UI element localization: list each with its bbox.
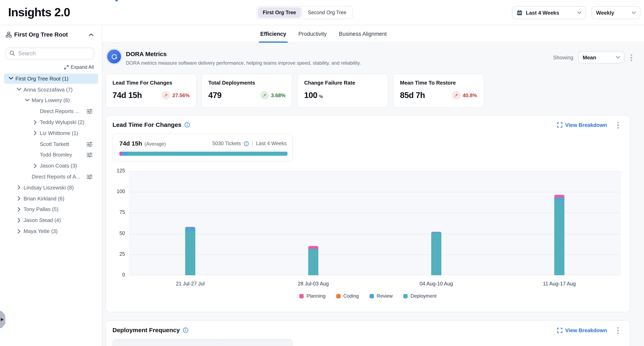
view-breakdown-link[interactable]: View Breakdown xyxy=(557,327,607,333)
info-icon[interactable] xyxy=(184,122,190,127)
lead-time-kebab-menu-icon[interactable] xyxy=(615,120,621,130)
tree-item[interactable]: Mary Lowery (6) xyxy=(0,95,102,106)
metric-card: Change Failure Rate100% xyxy=(297,74,388,108)
view-breakdown-link[interactable]: View Breakdown xyxy=(557,122,607,128)
chevron-right-icon[interactable] xyxy=(16,218,22,223)
tree-item-label: Mary Lowery (6) xyxy=(32,97,70,103)
org-toggle-second[interactable]: Second Org Tree xyxy=(303,7,351,18)
x-tick-label: 21 Jul-27 Jul xyxy=(176,281,205,287)
expand-all-icon xyxy=(64,65,69,69)
filters-icon[interactable] xyxy=(86,152,92,158)
metric-card-title: Lead Time For Changes xyxy=(112,80,190,86)
tree-item[interactable]: Brian Kirkland (6) xyxy=(0,193,102,204)
chevron-down-icon xyxy=(632,11,636,14)
tree-item-label: Tony Pallas (5) xyxy=(24,206,58,213)
insights-app: Insights 2.0 First Org TreeSecond Org Tr… xyxy=(0,0,644,346)
deployment-frequency-section: Deployment Frequency View Breakdown xyxy=(106,320,630,346)
gridline xyxy=(129,171,621,171)
metric-card: Mean Time To Restore85d 7h↗40.8% xyxy=(393,74,484,108)
tree-item[interactable]: Scott Tarkett xyxy=(0,139,102,150)
summary-average-label: (Average) xyxy=(144,141,166,147)
legend-swatch xyxy=(403,294,408,298)
tree-item-label: Brian Kirkland (6) xyxy=(24,195,64,202)
filters-icon[interactable] xyxy=(86,141,92,147)
gridline xyxy=(129,213,621,213)
metric-card-title: Change Failure Rate xyxy=(304,80,381,86)
tab-efficiency[interactable]: Efficiency xyxy=(259,25,288,43)
org-toggle-first[interactable]: First Org Tree xyxy=(258,7,301,18)
tree-item[interactable]: Liz Whittome (1) xyxy=(0,128,102,139)
filters-icon[interactable] xyxy=(86,108,92,114)
metric-card-value: 100 xyxy=(304,91,317,100)
showing-label: Showing xyxy=(553,54,573,60)
tree-item[interactable]: Maya Yette (3) xyxy=(0,226,102,237)
tree-item[interactable]: Tony Pallas (5) xyxy=(0,204,102,215)
gridline xyxy=(129,255,621,255)
top-right-controls: Last 4 Weeks Weekly xyxy=(512,6,640,19)
triangle-right-icon xyxy=(1,318,4,321)
tree-item-label: Direct Reports ... xyxy=(40,108,80,114)
tree-item-label: Anna Scozzafava (7) xyxy=(24,86,72,92)
chevron-right-icon[interactable] xyxy=(16,207,22,212)
chevron-right-icon[interactable] xyxy=(32,119,38,125)
stacked-bar-21-jul-27-jul xyxy=(185,227,195,275)
metric-cards-row: Lead Time For Changes74d 15h↗27.56%Total… xyxy=(106,74,484,108)
showing-select[interactable]: Mean xyxy=(578,51,624,63)
tree-item[interactable]: Teddy Wylupski (2) xyxy=(0,117,102,128)
top-bar: Insights 2.0 First Org TreeSecond Org Tr… xyxy=(0,0,644,25)
chevron-up-icon[interactable] xyxy=(89,33,94,36)
filters-icon[interactable] xyxy=(86,174,92,180)
tree-item[interactable]: Todd Bromley xyxy=(0,149,102,160)
phase-distribution-bar xyxy=(120,152,288,156)
info-icon[interactable] xyxy=(244,141,249,146)
main-content: EfficiencyProductivityBusiness Alignment… xyxy=(102,25,644,346)
legend-label: Deployment xyxy=(410,293,436,299)
showing-control: Showing Mean xyxy=(553,51,624,63)
chart-x-axis: 21 Jul-27 Jul28 Jul-03 Aug04 Aug-10 Aug1… xyxy=(129,281,621,287)
lead-time-summary-card: 74d 15h (Average) 5030 Tickets | Last 4 … xyxy=(112,134,293,161)
metric-card-unit: % xyxy=(319,94,323,99)
x-tick-label: 11 Aug-17 Aug xyxy=(543,281,576,287)
tree-item-label: Lindsay Liszewski (8) xyxy=(24,185,74,191)
expand-corners-icon xyxy=(557,122,562,128)
tree-item-label: Teddy Wylupski (2) xyxy=(40,119,84,125)
expand-all-button[interactable]: Expand All xyxy=(64,64,94,70)
toggle-divider xyxy=(302,9,302,17)
date-range-dropdown[interactable]: Last 4 Weeks xyxy=(512,6,586,19)
search-input[interactable] xyxy=(6,48,94,59)
tree-item[interactable]: Direct Reports ... xyxy=(0,106,102,117)
tree-item[interactable]: Jason Coats (3) xyxy=(0,160,102,171)
chevron-right-icon[interactable] xyxy=(32,130,38,136)
granularity-dropdown[interactable]: Weekly xyxy=(592,6,640,19)
legend-swatch xyxy=(299,294,304,298)
chevron-right-icon[interactable] xyxy=(16,185,22,191)
tab-business-alignment[interactable]: Business Alignment xyxy=(337,25,388,43)
delta-percent: 27.56% xyxy=(172,92,190,98)
expand-all-label: Expand All xyxy=(71,64,94,70)
phase-segment-planning xyxy=(120,152,122,156)
chevron-right-icon[interactable] xyxy=(32,163,38,169)
tree-item[interactable]: Direct Reports of A... xyxy=(0,171,102,182)
tab-productivity[interactable]: Productivity xyxy=(297,25,328,43)
chevron-right-icon[interactable] xyxy=(16,228,22,234)
bar-segment-deployment xyxy=(185,231,195,275)
chevron-down-icon[interactable] xyxy=(16,87,22,92)
bar-segment-deployment xyxy=(554,200,564,275)
top-edge-artifact xyxy=(115,0,118,1)
dora-kebab-menu-icon[interactable] xyxy=(628,52,634,63)
divider: | xyxy=(252,141,253,146)
chevron-down-icon[interactable] xyxy=(24,98,30,103)
chevron-right-icon[interactable] xyxy=(16,196,22,201)
tree-item-label: Direct Reports of A... xyxy=(32,174,80,180)
phase-segment-review xyxy=(122,152,128,156)
tree-item[interactable]: First Org Tree Root (1) xyxy=(0,73,102,84)
tree-item[interactable]: Lindsay Liszewski (8) xyxy=(0,182,102,193)
tree-item[interactable]: Anna Scozzafava (7) xyxy=(0,84,102,95)
chevron-down-icon[interactable] xyxy=(8,76,14,82)
deployment-kebab-menu-icon[interactable] xyxy=(615,325,621,336)
dora-title: DORA Metrics xyxy=(126,50,167,57)
metric-card-value: 479 xyxy=(208,91,222,100)
sidebar-header[interactable]: First Org Tree Root xyxy=(0,29,102,41)
tree-item[interactable]: Jason Stead (4) xyxy=(0,215,102,226)
info-icon[interactable] xyxy=(183,327,188,333)
